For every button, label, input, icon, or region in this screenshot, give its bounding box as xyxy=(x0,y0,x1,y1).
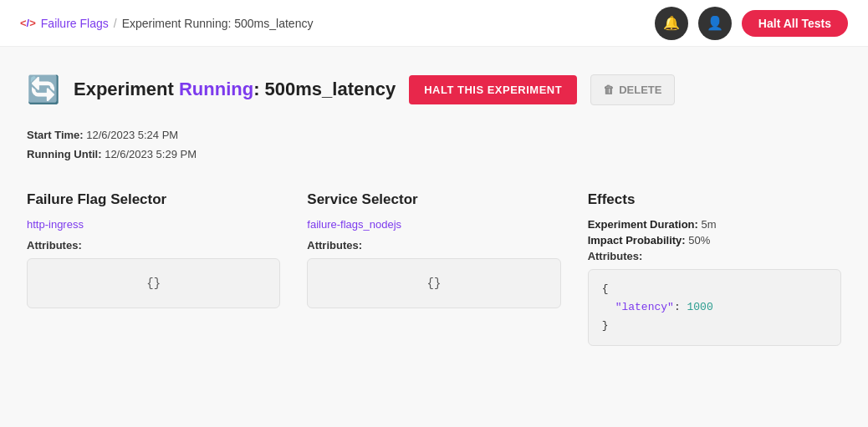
running-until-label: Running Until: xyxy=(27,148,102,160)
failure-flag-attributes-label: Attributes: xyxy=(27,239,280,252)
duration-val: 5m xyxy=(701,218,716,231)
trash-icon: 🗑 xyxy=(603,84,614,96)
bell-icon: 🔔 xyxy=(663,15,680,31)
service-selector-link[interactable]: failure-flags_nodejs xyxy=(307,218,560,231)
experiment-title: Experiment Running: 500ms_latency xyxy=(74,79,396,100)
halt-experiment-button[interactable]: HALT THIS EXPERIMENT xyxy=(409,75,577,104)
main-content: 🔄 Experiment Running: 500ms_latency HALT… xyxy=(0,47,868,373)
service-selector-code: {} xyxy=(427,277,442,290)
duration-label: Experiment Duration: xyxy=(588,218,698,231)
running-until-val: 12/6/2023 5:29 PM xyxy=(105,148,197,160)
code-line-close: } xyxy=(602,317,827,335)
effects-attributes-label: Attributes: xyxy=(588,250,841,262)
code-line-open: { xyxy=(602,280,827,298)
effects-section: Effects Experiment Duration: 5m Impact P… xyxy=(588,191,841,346)
probability-label: Impact Probability: xyxy=(588,234,686,247)
service-selector-title: Service Selector xyxy=(307,191,560,208)
start-time-label: Start Time: xyxy=(27,129,84,141)
sync-icon: 🔄 xyxy=(27,74,60,105)
breadcrumb: </> Failure Flags / Experiment Running: … xyxy=(20,17,313,30)
effects-title: Effects xyxy=(588,191,841,208)
effects-code-block: { "latency": 1000 } xyxy=(588,269,841,346)
failure-flag-code: {} xyxy=(146,277,161,290)
start-time-row: Start Time: 12/6/2023 5:24 PM xyxy=(27,125,841,145)
probability-row: Impact Probability: 50% xyxy=(588,234,841,247)
service-selector-section: Service Selector failure-flags_nodejs At… xyxy=(307,191,560,308)
title-prefix: Experiment xyxy=(74,79,174,99)
probability-val: 50% xyxy=(688,234,710,247)
nav-actions: 🔔 👤 Halt All Tests xyxy=(655,7,848,40)
experiment-header: 🔄 Experiment Running: 500ms_latency HALT… xyxy=(27,74,841,105)
sections-row: Failure Flag Selector http-ingress Attri… xyxy=(27,191,841,346)
service-selector-attributes-label: Attributes: xyxy=(307,239,560,252)
title-suffix: : 500ms_latency xyxy=(253,79,396,99)
running-until-row: Running Until: 12/6/2023 5:29 PM xyxy=(27,145,841,164)
notification-button[interactable]: 🔔 xyxy=(655,7,688,40)
profile-button[interactable]: 👤 xyxy=(698,7,732,40)
duration-row: Experiment Duration: 5m xyxy=(588,218,841,231)
breadcrumb-link-failure-flags[interactable]: Failure Flags xyxy=(41,17,109,30)
failure-flag-code-block: {} xyxy=(27,258,280,308)
code-line-latency: "latency": 1000 xyxy=(602,298,827,317)
halt-all-tests-button[interactable]: Halt All Tests xyxy=(742,10,848,37)
delete-experiment-button[interactable]: 🗑 DELETE xyxy=(590,74,674,105)
failure-flag-link[interactable]: http-ingress xyxy=(27,218,280,231)
breadcrumb-separator: / xyxy=(114,17,117,30)
time-info: Start Time: 12/6/2023 5:24 PM Running Un… xyxy=(27,125,841,165)
service-selector-code-block: {} xyxy=(307,258,560,308)
title-status: Running xyxy=(179,79,253,99)
failure-flag-section: Failure Flag Selector http-ingress Attri… xyxy=(27,191,280,308)
topnav: </> Failure Flags / Experiment Running: … xyxy=(0,0,868,47)
person-icon: 👤 xyxy=(707,15,723,31)
failure-flag-title: Failure Flag Selector xyxy=(27,191,280,208)
delete-label: DELETE xyxy=(619,84,661,96)
logo: </> xyxy=(20,17,36,29)
breadcrumb-current-page: Experiment Running: 500ms_latency xyxy=(122,17,314,30)
start-time-val: 12/6/2023 5:24 PM xyxy=(86,129,178,141)
